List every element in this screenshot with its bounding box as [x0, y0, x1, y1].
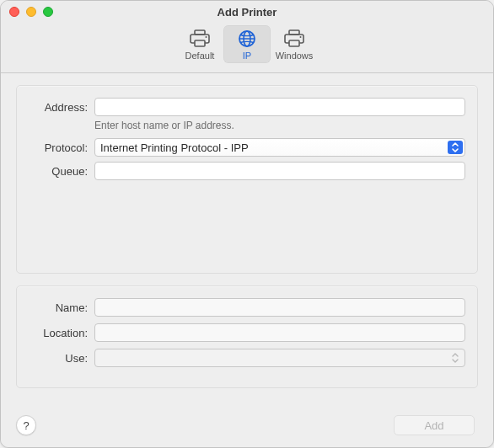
window-title: Add Printer [217, 6, 277, 19]
add-button-label: Add [424, 419, 443, 432]
footer: ? Add [1, 405, 493, 447]
printer-info-panel: Name: Location: Use: [16, 285, 478, 388]
globe-icon [235, 29, 259, 49]
name-row: Name: [17, 286, 477, 317]
name-input[interactable] [94, 298, 465, 317]
svg-point-3 [206, 36, 207, 38]
add-button[interactable]: Add [394, 415, 475, 435]
address-input[interactable] [94, 98, 465, 116]
svg-rect-2 [195, 40, 205, 46]
tab-windows[interactable]: Windows [271, 25, 318, 63]
tab-label: Default [185, 51, 215, 61]
protocol-row: Protocol: Internet Printing Protocol - I… [17, 138, 477, 157]
help-button[interactable]: ? [16, 415, 36, 435]
use-select[interactable] [94, 349, 465, 367]
queue-input[interactable] [94, 162, 465, 180]
location-input[interactable] [94, 323, 465, 342]
address-hint: Enter host name or IP address. [17, 120, 477, 131]
zoom-icon[interactable] [43, 7, 53, 17]
chevron-up-down-icon [449, 351, 461, 365]
tab-label: Windows [276, 51, 314, 61]
toolbar: Default IP [1, 23, 493, 73]
tab-label: IP [243, 51, 251, 61]
svg-point-10 [300, 36, 302, 38]
address-label: Address: [27, 101, 88, 114]
location-label: Location: [27, 327, 88, 339]
queue-row: Queue: [17, 162, 477, 180]
minimize-icon[interactable] [26, 7, 36, 17]
name-label: Name: [27, 301, 88, 314]
use-row: Use: [17, 349, 477, 367]
close-icon[interactable] [9, 7, 19, 17]
tab-ip[interactable]: IP [223, 25, 271, 63]
protocol-label: Protocol: [27, 141, 88, 154]
printer-icon [188, 29, 212, 49]
help-icon: ? [23, 419, 29, 432]
tab-group: Default IP [176, 25, 318, 63]
connection-panel: Address: Enter host name or IP address. … [16, 85, 478, 274]
protocol-value: Internet Printing Protocol - IPP [100, 141, 446, 154]
add-printer-window: Add Printer Default [0, 0, 494, 448]
content-area: Address: Enter host name or IP address. … [1, 73, 493, 447]
window-controls [9, 7, 53, 17]
use-label: Use: [27, 352, 88, 365]
location-row: Location: [17, 323, 477, 342]
tab-default[interactable]: Default [176, 25, 223, 63]
chevron-up-down-icon [448, 141, 463, 154]
titlebar: Add Printer [1, 1, 493, 23]
queue-label: Queue: [27, 165, 88, 178]
address-row: Address: [17, 86, 477, 116]
protocol-select[interactable]: Internet Printing Protocol - IPP [94, 138, 465, 157]
svg-rect-9 [289, 40, 299, 46]
printer-icon [282, 29, 306, 49]
